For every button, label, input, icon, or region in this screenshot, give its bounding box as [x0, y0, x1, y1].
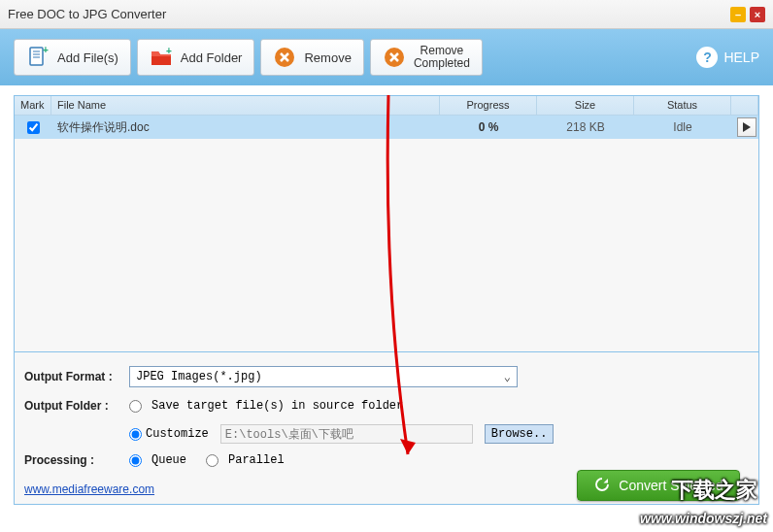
- output-format-label: Output Format :: [24, 370, 129, 383]
- svg-text:+: +: [43, 46, 49, 55]
- col-mark: Mark: [15, 96, 51, 115]
- col-status: Status: [634, 96, 731, 115]
- row-checkbox[interactable]: [27, 121, 40, 134]
- close-button[interactable]: ×: [750, 7, 765, 22]
- file-table: Mark File Name Progress Size Status 软件操作…: [14, 95, 759, 352]
- help-button[interactable]: ? HELP: [696, 47, 759, 68]
- row-status: Idle: [634, 120, 731, 134]
- processing-label: Processing :: [24, 453, 129, 467]
- output-path-field[interactable]: [220, 424, 473, 444]
- queue-label: Queue: [151, 453, 186, 467]
- row-filename: 软件操作说明.doc: [51, 119, 440, 136]
- save-source-radio[interactable]: Save target file(s) in source folder: [129, 399, 403, 413]
- output-format-value: JPEG Images(*.jpg): [136, 370, 262, 383]
- add-files-button[interactable]: + Add File(s): [14, 39, 131, 76]
- website-link[interactable]: www.mediafreeware.com: [24, 482, 154, 496]
- add-files-label: Add File(s): [57, 50, 118, 65]
- col-size: Size: [537, 96, 634, 115]
- remove-button[interactable]: Remove: [260, 39, 363, 76]
- row-progress: 0 %: [440, 120, 537, 134]
- chevron-down-icon: ⌄: [504, 370, 511, 384]
- parallel-label: Parallel: [228, 453, 285, 467]
- remove-completed-button[interactable]: Remove Completed: [370, 39, 483, 76]
- col-progress: Progress: [440, 96, 537, 115]
- add-folder-button[interactable]: + Add Folder: [137, 39, 255, 76]
- customize-label: Customize: [146, 427, 209, 441]
- queue-radio[interactable]: Queue: [129, 453, 186, 467]
- svg-text:+: +: [166, 46, 172, 56]
- remove-icon: [273, 46, 296, 69]
- save-source-label: Save target file(s) in source folder: [151, 399, 403, 413]
- refresh-icon: [593, 476, 611, 496]
- remove-completed-l2: Completed: [414, 57, 470, 70]
- add-folder-label: Add Folder: [181, 50, 243, 65]
- row-size: 218 KB: [537, 120, 634, 134]
- folder-plus-icon: +: [150, 46, 173, 69]
- content-area: Mark File Name Progress Size Status 软件操作…: [0, 85, 773, 530]
- help-label: HELP: [723, 50, 759, 65]
- watermark-url: www.windowszj.net: [640, 511, 767, 526]
- window-title: Free DOC to JPG Converter: [8, 7, 726, 21]
- remove-label: Remove: [304, 50, 351, 65]
- svg-rect-0: [30, 48, 43, 65]
- table-row[interactable]: 软件操作说明.doc 0 % 218 KB Idle: [15, 116, 758, 139]
- col-action: [731, 96, 758, 115]
- titlebar: Free DOC to JPG Converter – ×: [0, 0, 773, 29]
- output-format-select[interactable]: JPEG Images(*.jpg) ⌄: [129, 366, 518, 387]
- help-icon: ?: [696, 47, 718, 68]
- customize-radio[interactable]: Customize: [129, 427, 209, 441]
- browse-button[interactable]: Browse..: [485, 424, 555, 444]
- watermark-cn: 下载之家: [672, 476, 757, 505]
- row-play-button[interactable]: [737, 117, 756, 137]
- col-name: File Name: [51, 96, 440, 115]
- output-folder-label: Output Folder :: [24, 399, 129, 413]
- table-header: Mark File Name Progress Size Status: [15, 96, 758, 116]
- file-plus-icon: +: [26, 46, 50, 69]
- parallel-radio[interactable]: Parallel: [206, 453, 285, 467]
- remove-completed-icon: [383, 46, 406, 69]
- minimize-button[interactable]: –: [730, 7, 746, 22]
- toolbar: + Add File(s) + Add Folder Remove Remove…: [0, 29, 773, 85]
